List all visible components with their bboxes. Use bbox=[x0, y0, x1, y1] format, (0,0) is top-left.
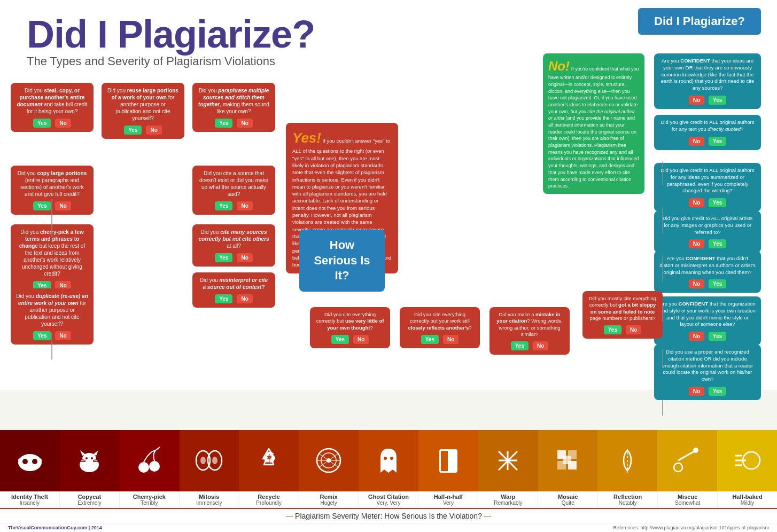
rq3-yes[interactable]: Yes bbox=[709, 198, 726, 207]
label-remix-name: Remix bbox=[300, 494, 358, 500]
q6-yes[interactable]: Yes bbox=[215, 119, 232, 128]
q2-yes[interactable]: Yes bbox=[33, 201, 51, 210]
q8-yesno: Yes No bbox=[198, 252, 270, 262]
rq7: Did you use a proper and recognized cita… bbox=[654, 345, 761, 400]
footer-row: TheVisualCommunicationGuy.com | 2014 Ref… bbox=[0, 523, 777, 532]
no-big-text: No! bbox=[548, 59, 570, 73]
label-identity-theft: Identity Theft Insanely bbox=[0, 491, 60, 508]
rq6-yesno: No Yes bbox=[659, 331, 756, 341]
halfbaked-icon bbox=[733, 446, 762, 475]
label-miscue-severity: Somewhat bbox=[659, 500, 716, 506]
bq3-yes[interactable]: Yes bbox=[511, 341, 529, 350]
q8-no[interactable]: No bbox=[237, 253, 252, 262]
bq2-no[interactable]: No bbox=[443, 335, 459, 344]
q8-yes[interactable]: Yes bbox=[215, 253, 232, 262]
rq6-yes[interactable]: Yes bbox=[709, 332, 726, 341]
icon-ghost-citation bbox=[359, 430, 418, 491]
svg-point-27 bbox=[200, 457, 206, 464]
q2-no[interactable]: No bbox=[55, 201, 71, 210]
footer-references: References: http://www.plagiarism.org/pl… bbox=[613, 525, 769, 530]
rq7-no[interactable]: No bbox=[689, 387, 704, 396]
q4-yes[interactable]: Yes bbox=[33, 331, 51, 340]
rq5: Are you CONFIDENT that you didn't distor… bbox=[654, 251, 761, 293]
rq6-no[interactable]: No bbox=[689, 332, 704, 341]
q9-yes[interactable]: Yes bbox=[215, 294, 232, 303]
q1-no[interactable]: No bbox=[55, 119, 71, 128]
question-duplicate-text: Did you duplicate (re-use) an entire wor… bbox=[16, 293, 88, 327]
rq4-yesno: No Yes bbox=[659, 238, 756, 248]
rq5-yesno: No Yes bbox=[659, 278, 756, 288]
question-fake-cite: Did you cite a source that doesn't exist… bbox=[192, 166, 275, 215]
rq3-yesno: No Yes bbox=[659, 197, 756, 207]
bq2: Did you cite everything correctly but yo… bbox=[400, 307, 480, 348]
q7-no[interactable]: No bbox=[237, 201, 252, 210]
q5-yesno: Yes No bbox=[107, 124, 179, 135]
q7-yes[interactable]: Yes bbox=[215, 201, 232, 210]
q9-no[interactable]: No bbox=[237, 294, 252, 303]
bq2-text: Did you cite everything correctly but yo… bbox=[405, 311, 475, 331]
yes-big-text: Yes! bbox=[292, 130, 321, 146]
cell-icon bbox=[195, 446, 224, 475]
bq2-yes[interactable]: Yes bbox=[421, 335, 439, 344]
bq4-yes[interactable]: Yes bbox=[604, 325, 621, 334]
label-cherry-pick: Cherry-pick Terribly bbox=[120, 491, 180, 508]
label-identity-theft-name: Identity Theft bbox=[1, 494, 58, 500]
label-cherry-severity: Terribly bbox=[121, 500, 178, 506]
reflection-icon bbox=[613, 446, 642, 475]
label-half-name: Half-n-half bbox=[419, 494, 477, 500]
rq5-yes[interactable]: Yes bbox=[709, 279, 726, 288]
svg-point-24 bbox=[149, 461, 160, 472]
bq1-yes[interactable]: Yes bbox=[331, 335, 349, 344]
question-fake-cite-text: Did you cite a source that doesn't exist… bbox=[198, 170, 270, 198]
q5-no[interactable]: No bbox=[146, 126, 161, 135]
label-miscue-name: Miscue bbox=[659, 494, 716, 500]
label-halfbaked-name: Half-baked bbox=[719, 494, 776, 500]
rq4-no[interactable]: No bbox=[689, 239, 704, 248]
question-partial-cite-text: Did you cite many sources correctly but … bbox=[198, 229, 270, 249]
q1-yes[interactable]: Yes bbox=[33, 119, 51, 128]
svg-rect-10 bbox=[18, 458, 42, 463]
did-i-plagiarize-box: Did I Plagiarize? bbox=[638, 8, 761, 35]
label-warp-name: Warp bbox=[479, 494, 537, 500]
severity-section: ♻ bbox=[0, 430, 777, 532]
rq2-yes[interactable]: Yes bbox=[709, 137, 726, 146]
q5-yes[interactable]: Yes bbox=[124, 126, 142, 135]
rq1-yes[interactable]: Yes bbox=[709, 96, 726, 105]
rq7-yes[interactable]: Yes bbox=[709, 387, 726, 396]
q4-no[interactable]: No bbox=[55, 331, 71, 340]
question-misinterpret: Did you misinterpret or cite a source ou… bbox=[192, 272, 275, 308]
label-cherry-name: Cherry-pick bbox=[121, 494, 178, 500]
question-copy-text: Did you copy large portions (entire para… bbox=[16, 170, 88, 198]
svg-point-12 bbox=[32, 459, 37, 464]
bq4-no[interactable]: No bbox=[626, 325, 641, 334]
bq3: Did you make a mistake in your citation?… bbox=[489, 307, 570, 355]
question-cherry-text: Did you cherry-pick a few terms and phra… bbox=[16, 229, 88, 277]
label-half-severity: Very bbox=[419, 500, 477, 506]
rq1-text: Are you CONFIDENT that your ideas are yo… bbox=[659, 58, 756, 92]
rq3-no[interactable]: No bbox=[689, 198, 704, 207]
question-reuse: Did you reuse large portions of a work o… bbox=[102, 83, 184, 139]
label-copycat-name: Copycat bbox=[61, 494, 118, 500]
bq4-text: Did you mostly cite everything correctly… bbox=[588, 295, 657, 322]
rq1-no[interactable]: No bbox=[689, 96, 704, 105]
svg-point-51 bbox=[674, 463, 682, 472]
q4-yesno: Yes No bbox=[16, 330, 88, 340]
question-cherry-pick: Did you cherry-pick a few terms and phra… bbox=[11, 224, 94, 294]
label-recycle-name: Recycle bbox=[240, 494, 298, 500]
bq4-yesno: Yes No bbox=[588, 324, 657, 334]
icon-recycle: ♻ bbox=[239, 430, 299, 491]
bq1-no[interactable]: No bbox=[353, 335, 369, 344]
label-mosaic: Mosaic Quite bbox=[538, 491, 598, 508]
label-ghost-severity: Very, Very bbox=[360, 500, 417, 506]
rq2-no[interactable]: No bbox=[689, 137, 704, 146]
icon-cherry-pick bbox=[120, 430, 180, 491]
bq3-no[interactable]: No bbox=[533, 341, 548, 350]
rq6: Are you CONFIDENT that the organization … bbox=[654, 296, 761, 345]
q6-no[interactable]: No bbox=[237, 119, 252, 128]
rq4-yes[interactable]: Yes bbox=[709, 239, 726, 248]
svg-point-17 bbox=[86, 457, 88, 459]
icon-reflection bbox=[597, 430, 657, 491]
label-miscue: Miscue Somewhat bbox=[658, 491, 718, 508]
q2-yesno: Yes No bbox=[16, 200, 88, 210]
rq5-no[interactable]: No bbox=[689, 279, 704, 288]
